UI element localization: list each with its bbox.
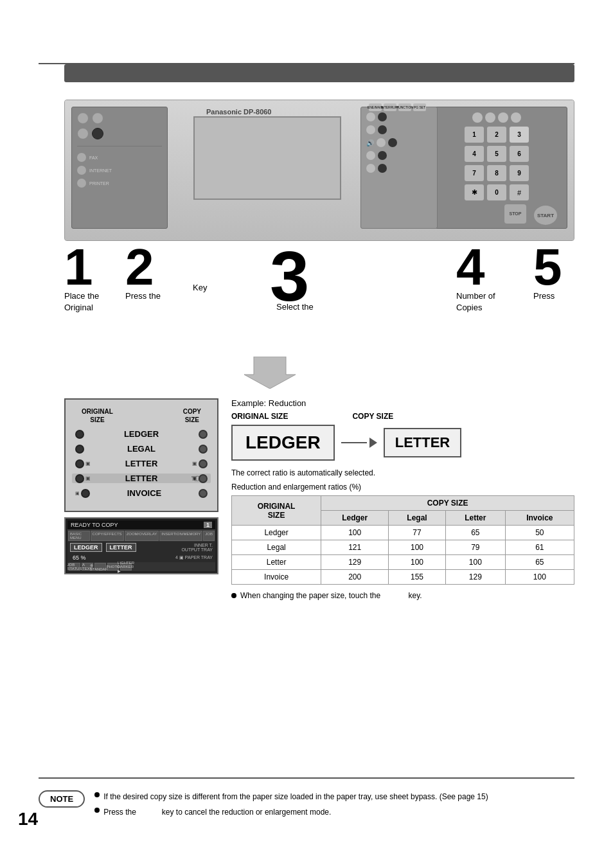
bullet-note-paper: When changing the paper size, touch the … [231, 591, 574, 600]
invoice-radio-left[interactable] [81, 489, 90, 498]
row-invoice-original: Invoice [232, 570, 321, 585]
size-row-letter1: ▣ LETTER ▣ [72, 459, 211, 468]
table-col-ledger: Ledger [321, 511, 389, 526]
note-section: NOTE If the desired copy size is differe… [39, 790, 574, 822]
original-size-label: ORIGINAL SIZE [231, 412, 288, 421]
printer-keypad-panel: 1 2 3 4 5 6 7 8 9 ✱ 0 # STOP START [426, 107, 567, 229]
rtc-menu-insert[interactable]: INSERTION/MEMORY [159, 531, 202, 541]
step-2-number: 2 [125, 244, 154, 290]
demo-letter-box: LETTER [384, 428, 462, 457]
letter1-radio-right[interactable] [199, 459, 208, 468]
legal-label: LEGAL [84, 444, 199, 454]
letter2-label: LETTER [92, 474, 191, 483]
row-letter-invoice: 65 [505, 555, 574, 570]
letter2-radio-right[interactable] [199, 474, 208, 483]
ledger-radio-left[interactable] [75, 430, 84, 439]
note-text-1: If the desired copy size is different fr… [103, 790, 488, 803]
rtc-menu-zoom[interactable]: ZOOM/OVERLAY [125, 531, 159, 541]
step-2-label: Press the [125, 290, 161, 302]
row-letter-ledger: 129 [321, 555, 389, 570]
step-4-number: 4 [456, 244, 485, 290]
size-row-legal: LEGAL [72, 444, 211, 454]
step-1-label: Place theOriginal [64, 290, 99, 314]
rtc-paper-ledger[interactable]: LEDGER [70, 543, 102, 552]
table-col-invoice: Invoice [505, 511, 574, 526]
ratio-table: ORIGINALSIZE COPY SIZE Ledger Legal Lett… [231, 495, 574, 585]
rtc-percent: 65 % [73, 554, 86, 561]
row-ledger-legal: 77 [389, 526, 446, 540]
page-number: 14 [18, 809, 38, 829]
row-ledger-invoice: 50 [505, 526, 574, 540]
rtc-paper-row: LEDGER LETTER INNER T. OUTPUT TRAY [67, 542, 215, 553]
rtc-menu-job[interactable]: JOB [203, 531, 215, 541]
note-content: If the desired copy size is different fr… [94, 790, 488, 822]
letter2-radio-left[interactable] [75, 474, 84, 483]
note-text-2: Press the key to cancel the reduction or… [103, 806, 331, 819]
printer-left-panel: FAX INTERNET PRINTER [71, 107, 168, 229]
printer-brand: Panasonic DP-8060 [206, 108, 272, 116]
letter1-label: LETTER [92, 459, 191, 468]
legal-radio-left[interactable] [75, 445, 84, 454]
bullet-text-1: When changing the paper size, touch the … [240, 591, 422, 600]
row-ledger-original: Ledger [232, 526, 321, 540]
letter1-radio-left[interactable] [75, 459, 84, 468]
step-2: 2 Press the [125, 244, 161, 302]
rtc-paper-letter[interactable]: LETTER [106, 543, 136, 552]
printer-screen [193, 116, 341, 200]
row-invoice-letter: 129 [446, 570, 506, 585]
example-title: Example: Reduction [231, 398, 574, 408]
step-key-label: Key [193, 283, 207, 292]
table-col-letter: Letter [446, 511, 506, 526]
printer-image: FAX INTERNET PRINTER Panasonic DP-8060 [64, 100, 574, 241]
ledger-radio-right[interactable] [199, 430, 208, 439]
row-legal-ledger: 121 [321, 540, 389, 555]
step-5: 5 Press [533, 244, 562, 302]
step-select-label: Select the [276, 302, 314, 312]
row-invoice-ledger: 200 [321, 570, 389, 585]
row-legal-original: Legal [232, 540, 321, 555]
rtc-menu-basic[interactable]: BASIC MENU [68, 531, 90, 541]
row-letter-legal: 100 [389, 555, 446, 570]
size-row-invoice: ▣ INVOICE [72, 488, 211, 498]
down-arrow [244, 357, 296, 391]
ready-to-copy-display: READY TO COPY 1 BASIC MENU COPY/EFFECTS … [64, 517, 218, 574]
row-invoice-invoice: 100 [505, 570, 574, 585]
row-legal-letter: 79 [446, 540, 506, 555]
darker-icon[interactable]: LIGHTER DARKER ▶ [120, 563, 132, 571]
svg-marker-0 [244, 357, 296, 389]
step-4: 4 Number ofCopies [456, 244, 495, 314]
right-panel: Example: Reduction ORIGINAL SIZE COPY SI… [231, 398, 574, 603]
bullet-dot-1 [231, 593, 236, 598]
main-content: ORIGINALSIZE COPYSIZE LEDGER LEGAL ▣ LET… [64, 398, 574, 603]
step-5-number: 5 [533, 244, 562, 290]
rtc-menu-copy[interactable]: COPY/EFFECTS [91, 531, 124, 541]
rtc-header: READY TO COPY 1 [67, 520, 215, 530]
photo-icon[interactable]: ⊕ STANDARD [94, 563, 106, 571]
rtc-right-info: INNER T. OUTPUT TRAY [181, 543, 213, 552]
rtc-bottom-row: JOB STATUS A TEXT ⊕ STANDARD PHOTO LIGHT… [67, 562, 215, 571]
step-1: 1 Place theOriginal [64, 244, 99, 314]
table-row: Letter 129 100 100 65 [232, 555, 574, 570]
demo-ledger-box: LEDGER [231, 425, 335, 461]
note-bullet-dot-1 [94, 792, 100, 797]
top-bar [64, 64, 574, 82]
reduction-demo: LEDGER LETTER [231, 425, 574, 461]
step-5-label: Press [533, 290, 555, 302]
invoice-radio-right[interactable] [199, 489, 208, 498]
size-selector-panel: ORIGINALSIZE COPYSIZE LEDGER LEGAL ▣ LET… [64, 398, 218, 603]
auto-select-text: The correct ratio is automatically selec… [231, 468, 574, 477]
size-row-ledger: LEDGER [72, 429, 211, 439]
table-header-original: ORIGINALSIZE [232, 496, 321, 526]
rtc-count: 1 [204, 522, 212, 528]
row-legal-invoice: 61 [505, 540, 574, 555]
invoice-label: INVOICE [90, 488, 199, 498]
row-letter-original: Letter [232, 555, 321, 570]
row-ledger-letter: 65 [446, 526, 506, 540]
step-4-label: Number ofCopies [456, 290, 495, 314]
job-status-icon[interactable]: JOB STATUS [69, 563, 80, 571]
row-ledger-ledger: 100 [321, 526, 389, 540]
legal-radio-right[interactable] [199, 445, 208, 454]
copy-size-label: COPY SIZE [352, 412, 393, 421]
note-label: NOTE [39, 790, 85, 808]
table-copy-size-header: COPY SIZE [321, 496, 574, 511]
